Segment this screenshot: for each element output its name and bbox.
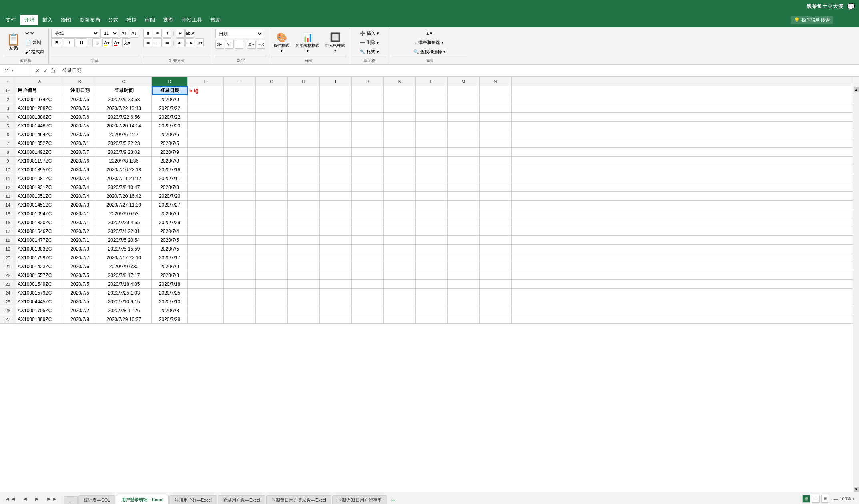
cell-H13[interactable]	[288, 192, 320, 201]
cell-K11[interactable]	[384, 174, 416, 183]
row-header-8[interactable]: 8	[0, 148, 16, 157]
cell-L14[interactable]	[416, 201, 448, 209]
cell-B27[interactable]: 2020/7/9	[64, 315, 96, 324]
row-header-24[interactable]: 24	[0, 289, 16, 297]
cell-A9[interactable]: AX10001197ZC	[16, 157, 64, 165]
cell-J22[interactable]	[352, 271, 384, 280]
row-header-11[interactable]: 11	[0, 174, 16, 183]
cell-A6[interactable]: AX10001464ZC	[16, 130, 64, 139]
cell-H6[interactable]	[288, 130, 320, 139]
cell-M21[interactable]	[448, 262, 480, 271]
row-header-10[interactable]: 10	[0, 165, 16, 174]
cell-G4[interactable]	[256, 113, 288, 122]
cell-C18[interactable]: 2020/7/5 20:54	[96, 236, 152, 245]
cell-extra-1[interactable]	[512, 86, 853, 95]
cell-A14[interactable]: AX10001451ZC	[16, 201, 64, 209]
cell-F11[interactable]	[224, 174, 256, 183]
cell-H8[interactable]	[288, 148, 320, 157]
cell-M25[interactable]	[448, 297, 480, 306]
scroll-down-button[interactable]: ▼	[854, 487, 859, 492]
cell-K4[interactable]	[384, 113, 416, 122]
cell-C16[interactable]: 2020/7/29 4:55	[96, 218, 152, 227]
delete-cells-button[interactable]: ➖ 删除 ▾	[358, 38, 381, 47]
row-header-4[interactable]: 4	[0, 113, 16, 122]
cell-J6[interactable]	[352, 130, 384, 139]
cell-D23[interactable]: 2020/7/18	[152, 280, 188, 289]
sheet-tab-daily[interactable]: 同期每日用户登录数—Excel	[266, 495, 331, 504]
cell-L16[interactable]	[416, 218, 448, 227]
row-header-17[interactable]: 17	[0, 227, 16, 236]
cell-D8[interactable]: 2020/7/9	[152, 148, 188, 157]
cell-M11[interactable]	[448, 174, 480, 183]
cell-F26[interactable]	[224, 306, 256, 315]
cell-G3[interactable]	[256, 104, 288, 113]
cell-D10[interactable]: 2020/7/16	[152, 165, 188, 174]
cell-D12[interactable]: 2020/7/8	[152, 183, 188, 192]
row-header-27[interactable]: 27	[0, 315, 16, 324]
cell-H25[interactable]	[288, 297, 320, 306]
cell-C9[interactable]: 2020/7/8 1:36	[96, 157, 152, 165]
cell-C10[interactable]: 2020/7/16 22:18	[96, 165, 152, 174]
cell-F4[interactable]	[224, 113, 256, 122]
cell-G13[interactable]	[256, 192, 288, 201]
cell-extra-21[interactable]	[512, 262, 853, 271]
cell-F17[interactable]	[224, 227, 256, 236]
menu-item-home[interactable]: 开始	[20, 15, 38, 25]
sheet-tab-sql[interactable]: 统计表—SQL	[78, 495, 115, 504]
cell-C26[interactable]: 2020/7/8 11:26	[96, 306, 152, 315]
cell-H7[interactable]	[288, 139, 320, 148]
row-header-22[interactable]: 22	[0, 271, 16, 280]
cell-K18[interactable]	[384, 236, 416, 245]
cell-K10[interactable]	[384, 165, 416, 174]
cell-A22[interactable]: AX10001557ZC	[16, 271, 64, 280]
cell-E8[interactable]	[188, 148, 224, 157]
cell-E4[interactable]	[188, 113, 224, 122]
menu-item-view[interactable]: 视图	[159, 15, 177, 25]
cell-J13[interactable]	[352, 192, 384, 201]
cell-H5[interactable]	[288, 122, 320, 130]
cell-H3[interactable]	[288, 104, 320, 113]
cell-D24[interactable]: 2020/7/25	[152, 289, 188, 297]
cell-E25[interactable]	[188, 297, 224, 306]
cell-E11[interactable]	[188, 174, 224, 183]
cell-J4[interactable]	[352, 113, 384, 122]
cell-H9[interactable]	[288, 157, 320, 165]
cell-C27[interactable]: 2020/7/29 10:27	[96, 315, 152, 324]
cell-A25[interactable]: AX10004445ZC	[16, 297, 64, 306]
cell-H12[interactable]	[288, 183, 320, 192]
menu-item-developer[interactable]: 开发工具	[177, 15, 206, 25]
cell-N13[interactable]	[480, 192, 512, 201]
cell-H2[interactable]	[288, 95, 320, 104]
indent-decrease-button[interactable]: ◄≡	[176, 38, 185, 47]
cell-N7[interactable]	[480, 139, 512, 148]
cell-J5[interactable]	[352, 122, 384, 130]
cell-D2[interactable]: 2020/7/9	[152, 95, 188, 104]
cell-I23[interactable]	[320, 280, 352, 289]
cell-N27[interactable]	[480, 315, 512, 324]
col-header-c[interactable]: C	[96, 77, 152, 86]
cell-N4[interactable]	[480, 113, 512, 122]
cell-extra-2[interactable]	[512, 95, 853, 104]
cell-I25[interactable]	[320, 297, 352, 306]
cell-extra-19[interactable]	[512, 245, 853, 253]
cell-B1[interactable]: 注册日期	[64, 86, 96, 95]
cell-D11[interactable]: 2020/7/11	[152, 174, 188, 183]
cell-F25[interactable]	[224, 297, 256, 306]
cell-I16[interactable]	[320, 218, 352, 227]
cell-K3[interactable]	[384, 104, 416, 113]
bottom-align-button[interactable]: ⬇	[163, 29, 171, 38]
cell-J11[interactable]	[352, 174, 384, 183]
cell-D17[interactable]: 2020/7/4	[152, 227, 188, 236]
sheet-tab-dots[interactable]: ...	[64, 496, 78, 504]
cell-H22[interactable]	[288, 271, 320, 280]
right-align-button[interactable]: ➡	[163, 38, 171, 47]
cell-B7[interactable]: 2020/7/1	[64, 139, 96, 148]
menu-item-data[interactable]: 数据	[122, 15, 141, 25]
cell-I24[interactable]	[320, 289, 352, 297]
underline-button[interactable]: U	[76, 38, 87, 47]
scrollbar-right[interactable]: ▲ ▼	[853, 86, 859, 492]
cell-J15[interactable]	[352, 209, 384, 218]
page-break-view-button[interactable]: ⊞	[821, 495, 829, 503]
tab-scroll-left-button[interactable]: ◄◄	[2, 496, 19, 502]
cell-B15[interactable]: 2020/7/1	[64, 209, 96, 218]
